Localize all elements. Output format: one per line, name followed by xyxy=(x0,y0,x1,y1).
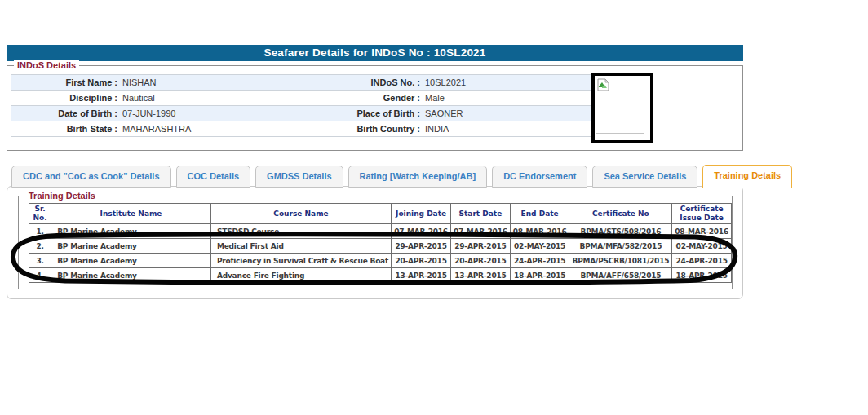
tab-gmdss-details[interactable]: GMDSS Details xyxy=(255,166,343,188)
training-details-legend: Training Details xyxy=(25,190,99,201)
broken-image-icon xyxy=(597,78,609,91)
cell-sr: 3. xyxy=(29,254,51,268)
cell-joining: 13-APR-2015 xyxy=(392,268,451,283)
table-row: 1. BP Marine Academy STSDSD Course 07-MA… xyxy=(29,224,732,239)
tab-sea-service-details[interactable]: Sea Service Details xyxy=(592,166,698,188)
table-row: 3. BP Marine Academy Proficiency in Surv… xyxy=(29,254,732,268)
col-start-date: Start Date xyxy=(451,204,511,224)
discipline-value: Nautical xyxy=(117,93,326,103)
cell-course: STSDSD Course xyxy=(210,224,391,239)
cell-end: 02-MAY-2015 xyxy=(510,239,569,254)
cell-issue: 18-APR-2015 xyxy=(672,268,732,283)
tab-rating-watch-keeping[interactable]: Rating [Watch Keeping/AB] xyxy=(348,166,488,188)
page-title: Seafarer Details for INDoS No : 10SL2021 xyxy=(7,45,743,61)
date-of-birth-value: 07-JUN-1990 xyxy=(117,108,326,118)
cell-end: 08-MAR-2016 xyxy=(510,224,569,239)
cell-course: Proficiency in Survival Craft & Rescue B… xyxy=(210,254,391,268)
table-row: 2. BP Marine Academy Medical First Aid 2… xyxy=(29,239,732,254)
cell-issue: 02-MAY-2015 xyxy=(672,239,732,254)
table-row: 4. BP Marine Academy Advance Fire Fighti… xyxy=(29,268,732,283)
cell-start: 20-APR-2015 xyxy=(451,254,511,268)
detail-row: Birth State : MAHARASHTRA Birth Country … xyxy=(11,121,591,137)
cell-start: 07-MAR-2016 xyxy=(451,224,511,239)
cell-certificate: BPMA/PSCRB/1081/2015 xyxy=(569,254,672,268)
col-course-name: Course Name xyxy=(210,204,391,224)
training-details-fieldset: Training Details Sr. No. Institute Name … xyxy=(18,196,733,289)
cell-certificate: BPMA/AFF/658/2015 xyxy=(569,268,672,283)
detail-row: Discipline : Nautical Gender : Male xyxy=(11,91,591,106)
gender-value: Male xyxy=(420,93,445,103)
cell-course: Advance Fire Fighting xyxy=(210,268,391,283)
cell-certificate: BPMA/STS/508/2016 xyxy=(569,224,672,239)
cell-end: 24-APR-2015 xyxy=(510,254,569,268)
cell-end: 18-APR-2015 xyxy=(510,268,569,283)
training-table: Sr. No. Institute Name Course Name Joini… xyxy=(29,203,732,283)
first-name-value: NISHAN xyxy=(117,77,326,87)
birth-state-label: Birth State : xyxy=(11,124,117,134)
tab-coc-details[interactable]: COC Details xyxy=(176,166,251,188)
indos-details-legend: INDoS Details xyxy=(14,60,79,71)
seafarer-details-page: { "page": { "title": "Seafarer Details f… xyxy=(0,0,868,415)
tab-cdc-coc-as-cook[interactable]: CDC and "CoC as Cook" Details xyxy=(11,166,171,188)
cell-institute: BP Marine Academy xyxy=(51,268,211,283)
cell-institute: BP Marine Academy xyxy=(51,254,211,268)
cell-course: Medical First Aid xyxy=(210,239,391,254)
col-institute-name: Institute Name xyxy=(51,204,211,224)
first-name-label: First Name : xyxy=(11,77,117,87)
col-certificate-no: Certificate No xyxy=(569,204,672,224)
photo-placeholder xyxy=(591,73,653,143)
birth-country-label: Birth Country : xyxy=(326,124,420,134)
col-end-date: End Date xyxy=(510,204,569,224)
indos-details-rows: First Name : NISHAN INDoS No. : 10SL2021… xyxy=(11,74,591,137)
cell-start: 13-APR-2015 xyxy=(451,268,511,283)
cell-issue: 08-MAR-2016 xyxy=(672,224,732,239)
indos-no-value: 10SL2021 xyxy=(420,77,466,87)
place-of-birth-label: Place of Birth : xyxy=(326,108,420,118)
cell-start: 29-APR-2015 xyxy=(451,239,511,254)
col-joining-date: Joining Date xyxy=(392,204,451,224)
discipline-label: Discipline : xyxy=(11,93,117,103)
tab-dc-endorsement[interactable]: DC Endorsement xyxy=(492,166,587,188)
place-of-birth-value: SAONER xyxy=(420,108,463,118)
cell-joining: 29-APR-2015 xyxy=(392,239,451,254)
cell-sr: 1. xyxy=(29,224,51,239)
detail-tabs: CDC and "CoC as Cook" Details COC Detail… xyxy=(11,165,792,188)
indos-details-fieldset: INDoS Details First Name : NISHAN INDoS … xyxy=(7,65,743,151)
cell-certificate: BPMA/MFA/582/2015 xyxy=(569,239,672,254)
birth-state-value: MAHARASHTRA xyxy=(117,124,326,134)
cell-issue: 24-APR-2015 xyxy=(672,254,732,268)
cell-joining: 07-MAR-2016 xyxy=(392,224,451,239)
gender-label: Gender : xyxy=(326,93,420,103)
cell-institute: BP Marine Academy xyxy=(51,224,211,239)
col-certificate-issue-date: Certificate Issue Date xyxy=(672,204,732,224)
cell-institute: BP Marine Academy xyxy=(51,239,211,254)
detail-row: Date of Birth : 07-JUN-1990 Place of Bir… xyxy=(11,106,591,121)
cell-sr: 4. xyxy=(29,268,51,283)
indos-no-label: INDoS No. : xyxy=(326,77,420,87)
birth-country-value: INDIA xyxy=(420,124,449,134)
cell-sr: 2. xyxy=(29,239,51,254)
tab-training-details[interactable]: Training Details xyxy=(702,165,792,188)
detail-row: First Name : NISHAN INDoS No. : 10SL2021 xyxy=(11,74,591,91)
date-of-birth-label: Date of Birth : xyxy=(11,108,117,118)
table-header-row: Sr. No. Institute Name Course Name Joini… xyxy=(29,204,732,224)
col-sr-no: Sr. No. xyxy=(29,204,51,224)
cell-joining: 20-APR-2015 xyxy=(392,254,451,268)
